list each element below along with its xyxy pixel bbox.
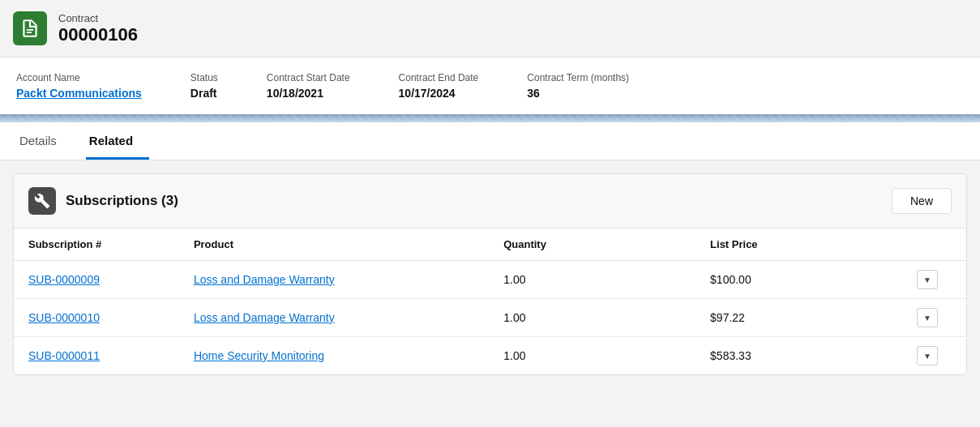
product-link[interactable]: Loss and Damage Warranty <box>194 311 335 324</box>
subscriptions-table: Subscription # Product Quantity List Pri… <box>14 228 966 374</box>
sub-number-cell: SUB-0000009 <box>14 261 179 299</box>
sub-number-link[interactable]: SUB-0000011 <box>28 349 100 362</box>
tabs-bar: Details Related <box>0 122 980 160</box>
end-date-field: Contract End Date 10/17/2024 <box>399 72 479 100</box>
action-cell: ▼ <box>902 261 966 299</box>
action-cell: ▼ <box>902 299 966 337</box>
sub-number-link[interactable]: SUB-0000009 <box>28 273 100 286</box>
list-price-cell: $583.33 <box>695 337 902 375</box>
product-cell: Loss and Damage Warranty <box>179 261 489 299</box>
tab-details[interactable]: Details <box>16 122 73 160</box>
sub-number-cell: SUB-0000011 <box>14 337 179 375</box>
product-link[interactable]: Home Security Monitoring <box>194 349 324 362</box>
table-row: SUB-0000011 Home Security Monitoring 1.0… <box>14 337 966 375</box>
decorative-divider <box>0 114 980 122</box>
card-header-left: Subscriptions (3) <box>28 187 178 215</box>
table-row: SUB-0000010 Loss and Damage Warranty 1.0… <box>14 299 966 337</box>
account-name-value[interactable]: Packt Communications <box>16 87 142 100</box>
end-date-value: 10/17/2024 <box>399 87 479 100</box>
col-header-product: Product <box>179 228 489 261</box>
start-date-label: Contract Start Date <box>267 72 350 83</box>
start-date-value: 10/18/2021 <box>267 87 350 100</box>
term-months-value: 36 <box>527 87 629 100</box>
status-value: Draft <box>190 87 218 100</box>
list-price-cell: $100.00 <box>695 261 902 299</box>
subscriptions-title: Subscriptions (3) <box>66 193 178 209</box>
svg-rect-0 <box>27 29 34 31</box>
status-field: Status Draft <box>190 72 218 100</box>
end-date-label: Contract End Date <box>399 72 479 83</box>
contract-icon <box>13 11 47 45</box>
term-months-field: Contract Term (months) 36 <box>527 72 629 100</box>
col-header-list-price: List Price <box>695 228 902 261</box>
svg-rect-1 <box>27 32 32 33</box>
row-dropdown-button[interactable]: ▼ <box>917 346 938 365</box>
product-cell: Home Security Monitoring <box>179 337 489 375</box>
col-header-quantity: Quantity <box>489 228 695 261</box>
subscriptions-card: Subscriptions (3) New Subscription # Pro… <box>13 173 967 375</box>
account-name-label: Account Name <box>16 72 142 83</box>
sub-number-link[interactable]: SUB-0000010 <box>28 311 100 324</box>
col-header-action <box>902 228 966 261</box>
col-header-sub-number: Subscription # <box>14 228 179 261</box>
contract-number: 00000106 <box>58 24 138 45</box>
main-content: Subscriptions (3) New Subscription # Pro… <box>0 160 980 388</box>
page-header: Contract 00000106 <box>0 0 980 58</box>
status-label: Status <box>190 72 218 83</box>
header-text: Contract 00000106 <box>58 12 138 45</box>
row-dropdown-button[interactable]: ▼ <box>917 308 938 327</box>
quantity-cell: 1.00 <box>489 337 695 375</box>
sub-number-cell: SUB-0000010 <box>14 299 179 337</box>
account-name-field: Account Name Packt Communications <box>16 72 142 100</box>
term-months-label: Contract Term (months) <box>527 72 629 83</box>
subscriptions-card-header: Subscriptions (3) New <box>14 174 966 228</box>
action-cell: ▼ <box>902 337 966 375</box>
new-button[interactable]: New <box>892 188 952 214</box>
wrench-icon <box>28 187 56 215</box>
list-price-cell: $97.22 <box>695 299 902 337</box>
product-cell: Loss and Damage Warranty <box>179 299 489 337</box>
quantity-cell: 1.00 <box>489 261 695 299</box>
info-bar: Account Name Packt Communications Status… <box>0 58 980 114</box>
table-header-row: Subscription # Product Quantity List Pri… <box>14 228 966 261</box>
start-date-field: Contract Start Date 10/18/2021 <box>267 72 350 100</box>
contract-label: Contract <box>58 12 138 24</box>
tab-related[interactable]: Related <box>86 122 149 160</box>
table-row: SUB-0000009 Loss and Damage Warranty 1.0… <box>14 261 966 299</box>
product-link[interactable]: Loss and Damage Warranty <box>194 273 335 286</box>
quantity-cell: 1.00 <box>489 299 695 337</box>
row-dropdown-button[interactable]: ▼ <box>917 270 938 289</box>
